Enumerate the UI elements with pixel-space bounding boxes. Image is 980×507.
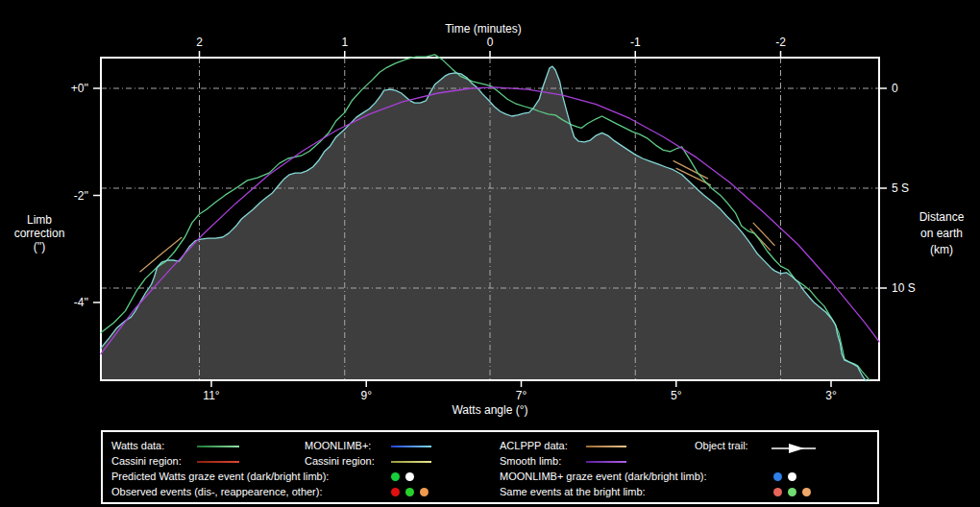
top-axis-tick-label: -1 [630, 36, 641, 49]
moonlimb-dark-limb-dot [773, 472, 782, 481]
legend-object-trail-label: Object trail: [695, 440, 748, 452]
moonlimb-line-swatch [391, 446, 431, 447]
top-axis-tick-label: 1 [341, 36, 348, 49]
legend-moonlimb-label: MOONLIMB+: [305, 440, 371, 452]
watts-line-swatch [197, 446, 239, 447]
left-axis-tick-label: -4'' [74, 296, 88, 309]
left-axis-tick-label: +0'' [71, 82, 88, 95]
right-axis-title: on earth [920, 227, 963, 240]
bottom-axis-title: Watts angle (°) [452, 403, 527, 417]
right-axis-title: (km) [930, 243, 953, 256]
right-axis-title: Distance [919, 210, 965, 224]
legend-cassini-red-label: Cassini region: [111, 455, 182, 468]
moonlimb-bright-limb-dot [788, 472, 796, 481]
bottom-axis-tick-label: 11° [203, 389, 219, 402]
object-trail-arrow-icon [772, 443, 818, 454]
bottom-axis-tick-label: 5° [671, 389, 682, 402]
bottom-axis-tick-label: 3° [825, 389, 837, 402]
bright-disappearance-dot [773, 488, 782, 496]
right-axis-tick-label: 10 S [892, 281, 916, 295]
left-axis-title: Limb [27, 213, 52, 227]
aclppp-line-swatch [586, 446, 626, 447]
top-axis-tick-label: -2 [775, 36, 786, 49]
bottom-axis-tick-label: 9° [361, 389, 373, 402]
predicted-bright-limb-dot [405, 472, 414, 481]
legend-moonlimb-graze-label: MOONLIMB+ graze event (dark/bright limb)… [500, 471, 707, 483]
aclppp-segment [753, 223, 775, 246]
limb-profile-fill [101, 66, 867, 381]
smooth-limb-line-swatch [586, 461, 626, 463]
top-axis-tick-label: 0 [487, 36, 494, 49]
cassini-red-line-swatch [197, 461, 239, 463]
legend-smooth-limb-label: Smooth limb: [500, 455, 561, 468]
legend-watts-label: Watts data: [111, 440, 164, 452]
legend-cassini-yellow-label: Cassini region: [305, 455, 375, 468]
legend-observed-label: Observed events (dis-, reappearence, oth… [111, 486, 323, 498]
bright-other-dot [802, 488, 811, 496]
top-axis-tick-label: 2 [196, 36, 203, 49]
observed-other-dot [420, 488, 429, 496]
legend: Watts data: MOONLIMB+: ACLPPP data: Obje… [101, 430, 879, 504]
graze-profile-window: { "colors": { "background": "#000000", "… [0, 0, 980, 507]
left-axis-tick-label: -2'' [74, 189, 88, 203]
predicted-dark-limb-dot [391, 472, 400, 481]
cassini-yellow-line-swatch [391, 461, 431, 463]
legend-aclppp-label: ACLPPP data: [500, 440, 568, 452]
legend-same-bright-label: Same events at the bright limb: [500, 486, 646, 498]
limb-profile-chart: 210-1-2Time (minutes)11°9°7°5°3°Watts an… [0, 0, 980, 422]
right-axis-tick-label: 0 [892, 82, 898, 95]
top-axis-title: Time (minutes) [445, 22, 522, 36]
left-axis-title: correction [14, 227, 65, 240]
right-axis-tick-label: 5 S [892, 181, 909, 195]
observed-disappearance-dot [391, 488, 400, 496]
legend-predicted-watts-label: Predicted Watts graze event (dark/bright… [111, 471, 329, 483]
bright-reappearance-dot [788, 488, 796, 496]
bottom-axis-tick-label: 7° [516, 389, 527, 402]
left-axis-title: ('') [34, 240, 46, 254]
observed-reappearance-dot [405, 488, 414, 496]
